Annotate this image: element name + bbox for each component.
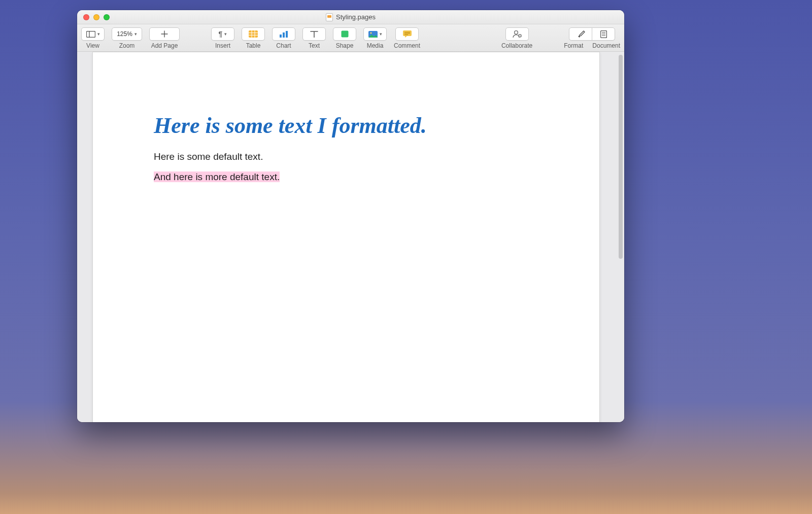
chevron-down-icon: ▾ xyxy=(97,31,100,37)
media-icon xyxy=(368,31,378,38)
svg-rect-8 xyxy=(283,32,285,38)
chevron-down-icon: ▾ xyxy=(380,31,382,37)
insert-button[interactable]: ¶ ▾ xyxy=(211,27,234,41)
chevron-down-icon: ▾ xyxy=(224,31,227,37)
vertical-scrollbar-thumb[interactable] xyxy=(619,55,623,259)
svg-rect-9 xyxy=(286,31,288,38)
toolbar-group-zoom: 125% ▾ Zoom xyxy=(112,27,142,49)
text-button[interactable] xyxy=(302,27,326,41)
svg-point-12 xyxy=(370,32,371,33)
paintbrush-icon xyxy=(577,30,585,38)
toolbar-group-chart: Chart xyxy=(272,27,295,49)
view-button[interactable]: ▾ xyxy=(81,27,105,41)
add-page-label: Add Page xyxy=(151,42,178,49)
view-label: View xyxy=(86,42,99,49)
shape-label: Shape xyxy=(336,42,354,49)
document-viewport[interactable]: Here is some text I formatted. Here is s… xyxy=(77,52,624,422)
svg-rect-2 xyxy=(249,30,258,38)
app-window: Styling.pages ▾ View 125% ▾ xyxy=(77,10,624,422)
svg-rect-10 xyxy=(341,31,348,38)
zoom-label: Zoom xyxy=(119,42,135,49)
toolbar-group-insert: ¶ ▾ Insert xyxy=(211,27,234,49)
toolbar-group-comment: Comment xyxy=(394,27,420,49)
media-label: Media xyxy=(367,42,384,49)
window-controls xyxy=(77,14,110,20)
toolbar-group-table: Table xyxy=(242,27,265,49)
svg-point-17 xyxy=(514,31,518,35)
table-button[interactable] xyxy=(242,27,265,41)
collaborate-label: Collaborate xyxy=(501,42,532,49)
toolbar-group-format: Format Document xyxy=(564,27,620,49)
document-button[interactable] xyxy=(592,27,615,41)
svg-rect-0 xyxy=(86,31,95,37)
zoom-dropdown[interactable]: 125% ▾ xyxy=(112,27,142,41)
plus-icon xyxy=(161,30,168,38)
body-paragraph-1[interactable]: Here is some default text. xyxy=(154,150,538,164)
toolbar-group-collaborate: Collaborate xyxy=(501,27,532,49)
toolbar-group-media: ▾ Media xyxy=(363,27,387,49)
table-label: Table xyxy=(246,42,261,49)
collaborate-button[interactable] xyxy=(505,27,529,41)
text-label: Text xyxy=(309,42,320,49)
svg-rect-7 xyxy=(280,35,282,38)
chart-label: Chart xyxy=(276,42,291,49)
shape-button[interactable] xyxy=(333,27,356,41)
toolbar-group-add-page: Add Page xyxy=(149,27,180,49)
toolbar-group-text: Text xyxy=(302,27,326,49)
document-label: Document xyxy=(592,42,620,49)
comment-icon xyxy=(403,30,412,38)
minimize-window-button[interactable] xyxy=(93,14,99,20)
body-paragraph-2-selected[interactable]: And here is more default text. xyxy=(154,170,538,184)
bar-chart-icon xyxy=(279,30,288,38)
titlebar: Styling.pages xyxy=(77,10,624,24)
zoom-window-button[interactable] xyxy=(104,14,110,20)
format-button[interactable] xyxy=(569,27,592,41)
page-canvas[interactable]: Here is some text I formatted. Here is s… xyxy=(92,52,600,422)
media-button[interactable]: ▾ xyxy=(363,27,387,41)
chevron-down-icon: ▾ xyxy=(134,31,137,37)
window-title: Styling.pages xyxy=(336,13,376,21)
pilcrow-icon: ¶ xyxy=(219,30,223,38)
close-window-button[interactable] xyxy=(83,14,89,20)
document-icon xyxy=(326,13,333,21)
shape-icon xyxy=(341,30,349,38)
chart-button[interactable] xyxy=(272,27,295,41)
selected-text[interactable]: And here is more default text. xyxy=(154,172,280,182)
comment-button[interactable] xyxy=(395,27,419,41)
toolbar-group-view: ▾ View xyxy=(81,27,105,49)
insert-label: Insert xyxy=(215,42,230,49)
collaborate-icon xyxy=(512,30,522,38)
add-page-button[interactable] xyxy=(149,27,180,41)
toolbar-group-shape: Shape xyxy=(333,27,356,49)
zoom-value: 125% xyxy=(117,30,132,38)
format-label: Format xyxy=(564,42,583,49)
document-pane-icon xyxy=(600,30,607,38)
comment-label: Comment xyxy=(394,42,420,49)
toolbar: ▾ View 125% ▾ Zoom Add Pa xyxy=(77,24,624,52)
table-icon xyxy=(249,30,258,38)
text-icon xyxy=(310,30,318,38)
sidebar-layout-icon xyxy=(86,31,95,38)
formatted-paragraph[interactable]: Here is some text I formatted. xyxy=(154,113,538,139)
